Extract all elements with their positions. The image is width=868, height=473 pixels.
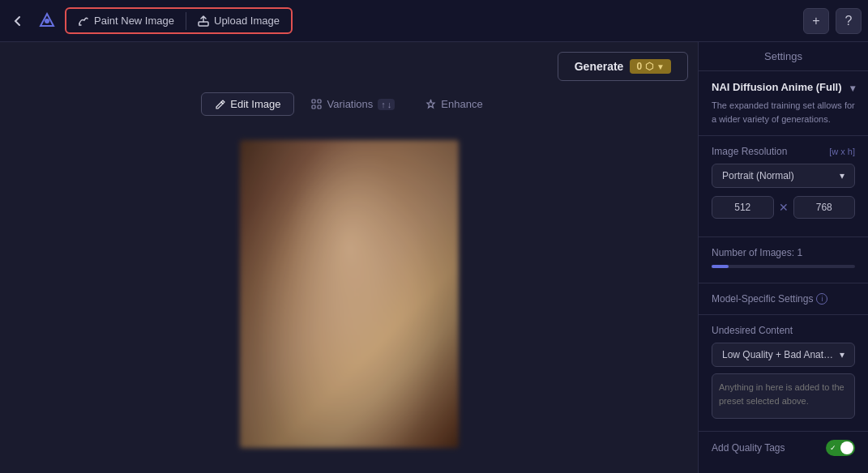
num-images-value: 1 bbox=[797, 247, 802, 258]
model-specific-text: Model-Specific Settings bbox=[712, 293, 813, 305]
center-panel: Generate 0 ⬡ ▼ Edit Image bbox=[0, 42, 698, 473]
num-images-text: Number of Images: bbox=[712, 247, 794, 258]
num-images-track bbox=[712, 265, 729, 268]
svg-point-1 bbox=[45, 19, 49, 23]
settings-header: Settings bbox=[699, 42, 868, 71]
add-button[interactable]: + bbox=[803, 8, 829, 34]
model-section: NAI Diffusion Anime (Full) ▾ The expande… bbox=[699, 71, 868, 136]
nav-divider bbox=[186, 12, 186, 30]
upload-image-button[interactable]: Upload Image bbox=[190, 11, 288, 31]
canvas-container bbox=[10, 124, 688, 463]
generate-cost: 0 ⬡ ▼ bbox=[630, 59, 671, 74]
back-button[interactable] bbox=[6, 10, 29, 32]
undesired-label: Undesired Content bbox=[712, 325, 855, 336]
model-specific-section: Model-Specific Settings i bbox=[699, 283, 868, 315]
model-chevron-icon[interactable]: ▾ bbox=[850, 83, 855, 94]
topbar-actions: + ? bbox=[803, 8, 862, 34]
toggle-check-icon: ✓ bbox=[830, 444, 836, 452]
edit-icon bbox=[215, 99, 225, 109]
settings-label: Settings bbox=[764, 50, 802, 62]
num-images-label: Number of Images: 1 bbox=[712, 247, 855, 258]
help-icon: ? bbox=[845, 14, 853, 28]
quality-toggle[interactable]: ✓ bbox=[826, 440, 855, 456]
resolution-chevron-icon: ▾ bbox=[840, 170, 844, 181]
undesired-textarea[interactable] bbox=[712, 373, 855, 419]
tab-bar: Edit Image Variations ↑ ↓ E bbox=[10, 92, 688, 116]
edit-image-label: Edit Image bbox=[230, 98, 280, 110]
width-input[interactable]: 512 bbox=[712, 196, 774, 219]
num-images-slider[interactable] bbox=[712, 265, 855, 268]
main-content: Generate 0 ⬡ ▼ Edit Image bbox=[0, 42, 868, 473]
variations-icon bbox=[311, 99, 322, 109]
tab-variations[interactable]: Variations ↑ ↓ bbox=[297, 92, 408, 116]
cost-icon: ⬡ bbox=[645, 61, 653, 72]
undesired-value: Low Quality + Bad Anat… bbox=[722, 349, 833, 360]
svg-rect-5 bbox=[312, 105, 315, 109]
right-sidebar: Settings NAI Diffusion Anime (Full) ▾ Th… bbox=[698, 42, 868, 473]
times-icon: ✕ bbox=[779, 201, 789, 214]
plus-icon: + bbox=[812, 14, 819, 28]
badge-down-icon: ↓ bbox=[387, 100, 392, 109]
generate-label: Generate bbox=[575, 60, 624, 73]
cost-arrow-icon: ▼ bbox=[656, 62, 665, 71]
nav-buttons-group: Paint New Image Upload Image bbox=[65, 7, 293, 34]
paint-new-image-button[interactable]: Paint New Image bbox=[70, 11, 182, 31]
undesired-chevron-icon: ▾ bbox=[840, 349, 844, 360]
resolution-select[interactable]: Portrait (Normal) ▾ bbox=[712, 164, 855, 188]
svg-rect-4 bbox=[318, 100, 321, 103]
wh-label: [w x h] bbox=[829, 147, 855, 156]
toggle-knob bbox=[840, 441, 853, 454]
undesired-select[interactable]: Low Quality + Bad Anat… ▾ bbox=[712, 343, 855, 367]
resolution-label: Image Resolution bbox=[712, 146, 787, 157]
info-icon[interactable]: i bbox=[816, 293, 827, 305]
badge-up-icon: ↑ bbox=[381, 100, 386, 109]
add-quality-row: Add Quality Tags ✓ bbox=[699, 432, 868, 464]
help-button[interactable]: ? bbox=[836, 8, 862, 34]
num-images-section: Number of Images: 1 bbox=[699, 237, 868, 283]
canvas-image bbox=[240, 140, 459, 448]
enhance-icon bbox=[425, 99, 436, 109]
enhance-label: Enhance bbox=[441, 98, 482, 110]
model-specific-label: Model-Specific Settings i bbox=[712, 293, 855, 305]
resolution-value: Portrait (Normal) bbox=[722, 170, 794, 181]
tab-edit-image[interactable]: Edit Image bbox=[201, 92, 294, 116]
model-description: The expanded training set allows for a w… bbox=[712, 99, 855, 126]
resolution-label-row: Image Resolution [w x h] bbox=[712, 146, 855, 157]
resolution-section: Image Resolution [w x h] Portrait (Norma… bbox=[699, 136, 868, 237]
variations-badge: ↑ ↓ bbox=[378, 99, 395, 110]
app-logo bbox=[34, 8, 60, 34]
svg-rect-3 bbox=[312, 100, 315, 103]
tab-enhance[interactable]: Enhance bbox=[412, 92, 496, 116]
model-name-label: NAI Diffusion Anime (Full) bbox=[712, 81, 842, 93]
undesired-section: Undesired Content Low Quality + Bad Anat… bbox=[699, 315, 868, 432]
topbar: Paint New Image Upload Image + ? bbox=[0, 0, 868, 42]
add-quality-label: Add Quality Tags bbox=[712, 442, 785, 454]
variations-label: Variations bbox=[327, 98, 373, 110]
height-input[interactable]: 768 bbox=[793, 196, 856, 219]
cost-value: 0 bbox=[636, 61, 642, 72]
model-name-row: NAI Diffusion Anime (Full) ▾ bbox=[712, 81, 855, 94]
wh-row: 512 ✕ 768 bbox=[712, 196, 855, 219]
upload-image-label: Upload Image bbox=[214, 15, 280, 27]
paint-new-image-label: Paint New Image bbox=[94, 15, 174, 27]
generate-button[interactable]: Generate 0 ⬡ ▼ bbox=[558, 52, 688, 81]
svg-rect-6 bbox=[318, 105, 321, 109]
